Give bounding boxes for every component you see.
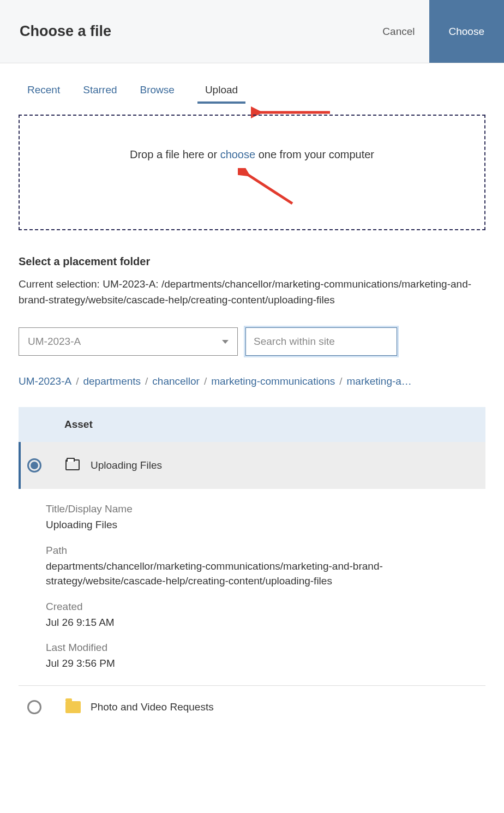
asset-table: Asset Uploading Files Title/Display Name… — [19, 407, 485, 720]
search-input[interactable] — [245, 327, 397, 356]
asset-name: Uploading Files — [91, 459, 162, 471]
breadcrumb-sep: / — [145, 375, 148, 387]
breadcrumb-item[interactable]: departments — [83, 375, 141, 387]
breadcrumb-sep: / — [204, 375, 207, 387]
breadcrumb-item[interactable]: marketing-communications — [211, 375, 335, 387]
column-asset: Asset — [64, 419, 93, 431]
detail-title-label: Title/Display Name — [46, 503, 477, 515]
tab-upload[interactable]: Upload — [197, 84, 245, 104]
placement-heading: Select a placement folder — [19, 255, 485, 268]
detail-path-value: departments/chancellor/marketing-communi… — [46, 559, 477, 589]
tabs: Recent Starred Browse Upload — [27, 84, 485, 104]
svg-line-1 — [246, 174, 292, 204]
tab-recent[interactable]: Recent — [27, 84, 60, 104]
dialog-header: Choose a file Cancel Choose — [0, 0, 504, 63]
breadcrumb-item[interactable]: UM-2023-A — [19, 375, 71, 387]
tab-starred[interactable]: Starred — [83, 84, 117, 104]
dialog-title: Choose a file — [20, 23, 111, 40]
radio-select[interactable] — [27, 700, 41, 714]
header-actions: Cancel Choose — [368, 0, 504, 63]
table-row[interactable]: Photo and Video Requests — [19, 686, 485, 720]
choose-file-link[interactable]: choose — [220, 148, 256, 160]
detail-modified-label: Last Modified — [46, 642, 477, 654]
detail-path-label: Path — [46, 545, 477, 557]
choose-button[interactable]: Choose — [429, 0, 505, 63]
annotation-arrow-choose-icon — [238, 168, 303, 212]
asset-name: Photo and Video Requests — [91, 701, 214, 713]
table-header: Asset — [19, 407, 485, 442]
detail-created-label: Created — [46, 601, 477, 613]
detail-title-value: Uploading Files — [46, 517, 477, 533]
asset-details: Title/Display Name Uploading Files Path … — [19, 489, 485, 686]
breadcrumb-item[interactable]: marketing-a… — [347, 375, 412, 387]
breadcrumb-sep: / — [76, 375, 79, 387]
site-select[interactable]: UM-2023-A — [19, 327, 238, 356]
radio-select[interactable] — [27, 458, 41, 473]
current-selection: Current selection: UM-2023-A: /departmen… — [19, 277, 485, 308]
folder-icon — [65, 459, 81, 471]
tab-browse[interactable]: Browse — [140, 84, 175, 104]
breadcrumb-sep: / — [339, 375, 342, 387]
controls-row: UM-2023-A — [19, 327, 485, 356]
detail-created-value: Jul 26 9:15 AM — [46, 615, 477, 630]
cancel-button[interactable]: Cancel — [368, 0, 429, 63]
dropzone-prefix: Drop a file here or — [130, 148, 220, 160]
detail-modified-value: Jul 29 3:56 PM — [46, 656, 477, 671]
current-selection-label: Current selection: — [19, 278, 103, 290]
breadcrumb: UM-2023-A/departments/chancellor/marketi… — [19, 375, 485, 387]
breadcrumb-item[interactable]: chancellor — [152, 375, 200, 387]
table-row[interactable]: Uploading Files — [19, 442, 485, 489]
dropzone-text: Drop a file here or choose one from your… — [130, 148, 374, 161]
dropzone-suffix: one from your computer — [255, 148, 374, 160]
upload-dropzone[interactable]: Drop a file here or choose one from your… — [19, 115, 485, 230]
dialog-body: Recent Starred Browse Upload Drop a file… — [0, 84, 504, 731]
folder-icon — [65, 701, 81, 713]
site-select-value: UM-2023-A — [28, 336, 81, 348]
chevron-down-icon — [222, 340, 229, 344]
